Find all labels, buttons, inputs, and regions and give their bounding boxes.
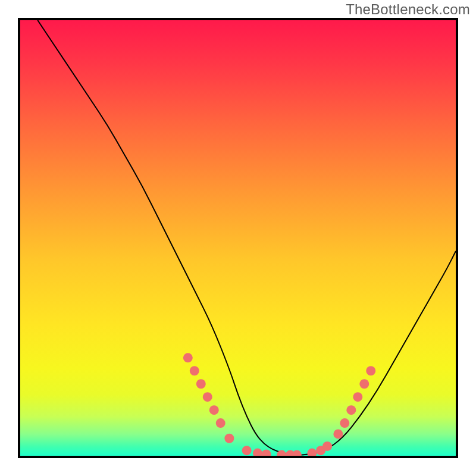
data-marker xyxy=(242,446,252,455)
data-marker xyxy=(353,392,362,402)
data-marker xyxy=(209,405,219,415)
chart-frame: TheBottleneck.com xyxy=(0,0,476,476)
data-marker xyxy=(216,418,226,428)
data-marker xyxy=(366,366,375,375)
data-marker xyxy=(190,366,199,375)
data-marker xyxy=(340,418,349,428)
plot-border xyxy=(18,18,458,458)
data-marker xyxy=(346,405,356,415)
data-marker xyxy=(333,429,343,439)
watermark-text: TheBottleneck.com xyxy=(346,1,470,18)
plot-background xyxy=(20,20,456,456)
plot-svg xyxy=(20,20,456,456)
data-marker xyxy=(203,392,212,402)
data-marker xyxy=(224,434,234,443)
data-marker xyxy=(196,379,206,389)
data-marker xyxy=(183,353,193,362)
data-marker xyxy=(359,379,369,389)
data-marker xyxy=(322,441,332,451)
